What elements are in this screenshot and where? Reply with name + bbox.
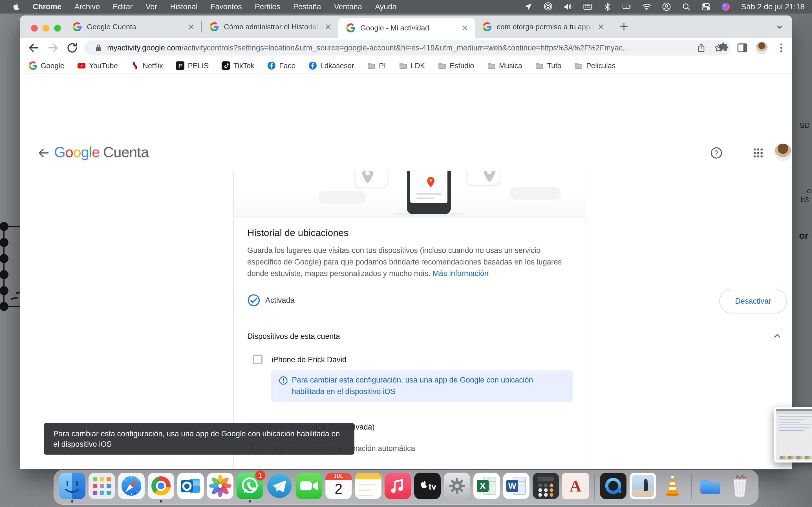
menu-editar[interactable]: Editar: [113, 3, 133, 11]
page-back-button[interactable]: [37, 147, 50, 159]
netflix-icon: [131, 61, 139, 70]
screenshot-preview-thumbnail[interactable]: [774, 407, 812, 462]
bookmark-face[interactable]: Face: [267, 61, 296, 70]
menu-ventana[interactable]: Ventana: [334, 3, 362, 11]
lock-icon[interactable]: [95, 44, 102, 52]
dock-notes[interactable]: [355, 473, 382, 502]
dock-downloads[interactable]: [697, 473, 723, 502]
dock-trash[interactable]: [726, 473, 753, 502]
dock-launchpad[interactable]: [89, 473, 115, 502]
dock-safari[interactable]: [118, 473, 145, 502]
account-icon[interactable]: [662, 2, 671, 11]
bookmark-tiktok[interactable]: TikTok: [221, 61, 254, 70]
forward-button[interactable]: [47, 42, 59, 54]
close-window-button[interactable]: [31, 25, 38, 32]
menu-pestaña[interactable]: Pestaña: [293, 3, 321, 11]
close-tab-icon[interactable]: [461, 24, 469, 32]
airdrop-icon[interactable]: [544, 2, 553, 11]
siri-icon[interactable]: [721, 2, 730, 11]
menu-historial[interactable]: Historial: [170, 3, 198, 11]
dock-appletv[interactable]: tv: [414, 473, 441, 502]
map-pin-icon: [483, 171, 496, 183]
address-bar[interactable]: myactivity.google.com/activitycontrols?s…: [85, 40, 730, 55]
bookmark-netflix[interactable]: Netflix: [131, 61, 163, 70]
share-icon[interactable]: [696, 43, 706, 53]
tab-1[interactable]: Google Cuenta: [65, 15, 201, 38]
dock-preview-image[interactable]: [629, 473, 656, 502]
close-tab-icon[interactable]: [597, 23, 605, 31]
reload-button[interactable]: [66, 42, 79, 54]
dock-calculator[interactable]: [532, 473, 559, 502]
menu-favoritos[interactable]: Favoritos: [211, 3, 242, 11]
menubar-clock[interactable]: Sáb 2 de jul 21:18: [741, 2, 805, 11]
dock-quicktime[interactable]: [600, 473, 626, 502]
chrome-menu-kebab-icon[interactable]: [775, 42, 787, 54]
bookmark-youtube[interactable]: YouTube: [77, 61, 118, 70]
help-icon[interactable]: ?: [710, 147, 723, 159]
menu-ayuda[interactable]: Ayuda: [375, 3, 396, 11]
music-icon: [385, 473, 411, 499]
back-button[interactable]: [28, 42, 40, 54]
svg-text:A: A: [569, 477, 581, 495]
dock-autocad[interactable]: A: [562, 473, 589, 502]
disable-button[interactable]: Desactivar: [719, 289, 787, 314]
tab-2[interactable]: Cómo administrar el Historial d: [202, 15, 338, 38]
tab-4[interactable]: com otorga permiso a tu app d: [475, 15, 611, 38]
dock-excel[interactable]: X: [473, 473, 500, 502]
dock-settings[interactable]: [444, 473, 470, 502]
bookmark-ldkasesor[interactable]: Ldkasesor: [308, 61, 354, 70]
location-icon[interactable]: [524, 2, 533, 11]
google-account-logo[interactable]: GoogleCuenta: [54, 144, 149, 161]
dock-facetime[interactable]: [296, 473, 322, 502]
minimize-window-button[interactable]: [43, 25, 49, 32]
google-favicon-icon: [346, 23, 355, 33]
dock-photos[interactable]: [207, 473, 234, 502]
bookmark-tuto[interactable]: Tuto: [535, 61, 561, 70]
close-tab-icon[interactable]: [324, 23, 332, 31]
keyboard-icon[interactable]: [583, 2, 592, 11]
close-tab-icon[interactable]: [187, 23, 195, 31]
dock-calendar[interactable]: JUL2: [325, 473, 352, 502]
google-apps-grid-icon[interactable]: [752, 147, 764, 159]
bookmark-estudio[interactable]: Estudio: [438, 61, 474, 70]
zoom-window-button[interactable]: [54, 25, 61, 32]
bookmark-pi[interactable]: PI: [367, 61, 386, 70]
extensions-icon[interactable]: [717, 42, 729, 54]
apple-menu-icon[interactable]: [12, 3, 20, 11]
battery-icon[interactable]: [622, 2, 631, 11]
dock-whatsapp[interactable]: 1: [237, 473, 263, 502]
dock-vlc[interactable]: [659, 473, 686, 502]
new-tab-button[interactable]: [619, 22, 629, 32]
bookmark-google[interactable]: Google: [29, 61, 64, 70]
desktop-icon-label-fragment: b3: [801, 195, 809, 204]
tab-search-chevron-icon[interactable]: [775, 23, 784, 31]
dock-word[interactable]: W: [503, 473, 529, 502]
volume-icon[interactable]: [563, 2, 572, 11]
menu-archivo[interactable]: Archivo: [74, 3, 100, 11]
bluetooth-icon[interactable]: [603, 2, 612, 11]
chevron-up-icon[interactable]: [773, 332, 782, 341]
dock-telegram[interactable]: [266, 473, 293, 502]
menu-perfiles[interactable]: Perfiles: [255, 3, 280, 11]
dock-outlook[interactable]: [177, 473, 204, 502]
dock-music[interactable]: [385, 473, 411, 502]
menu-chrome[interactable]: Chrome: [33, 3, 61, 11]
bookmark-pelis[interactable]: PPELIS: [176, 61, 209, 70]
device-checkbox[interactable]: [253, 355, 262, 364]
bookmark-peliculas[interactable]: Peliculas: [574, 61, 615, 70]
bookmark-ldk[interactable]: LDK: [399, 61, 425, 70]
account-avatar[interactable]: [774, 144, 792, 161]
dock-finder[interactable]: [59, 473, 86, 502]
map-pin-icon: [361, 171, 374, 184]
window-controls[interactable]: [31, 25, 61, 32]
control-center-icon[interactable]: [702, 2, 711, 11]
browser-profile-avatar[interactable]: [756, 42, 768, 54]
menu-ver[interactable]: Ver: [146, 3, 157, 11]
search-icon[interactable]: [682, 2, 691, 11]
learn-more-link[interactable]: Más información: [433, 269, 488, 278]
wifi-icon[interactable]: [642, 2, 651, 11]
dock-chrome[interactable]: [148, 473, 174, 502]
side-panel-icon[interactable]: [737, 42, 748, 54]
bookmark-musica[interactable]: Musica: [487, 61, 522, 70]
tab-3[interactable]: Google - Mi actividad: [338, 18, 475, 38]
